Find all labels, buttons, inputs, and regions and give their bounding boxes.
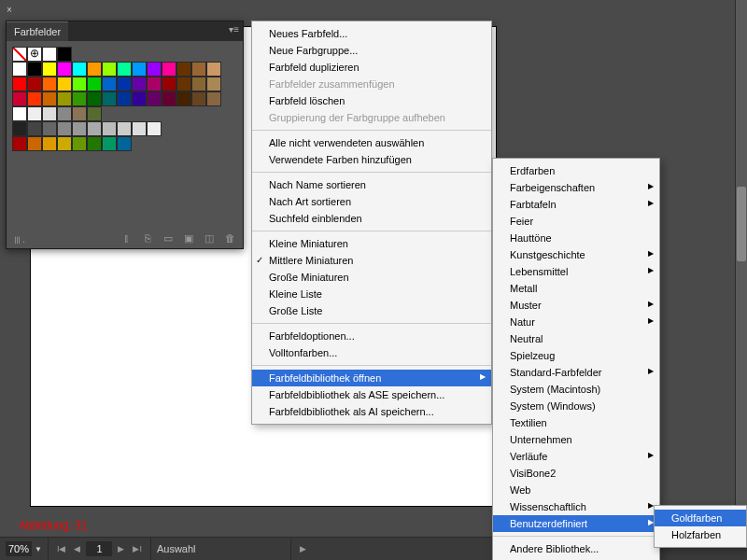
- swatch[interactable]: [27, 136, 42, 151]
- swatch[interactable]: [87, 77, 102, 91]
- new-swatch-icon[interactable]: ◫: [202, 231, 217, 245]
- swatch[interactable]: [72, 62, 87, 77]
- scrollbar-vertical[interactable]: [735, 0, 747, 537]
- menu-item[interactable]: Neutral: [493, 330, 659, 347]
- swatch[interactable]: [12, 136, 27, 151]
- swatch[interactable]: [27, 77, 42, 91]
- swatch[interactable]: [147, 91, 162, 106]
- menu-item[interactable]: Kleine Liste: [252, 286, 491, 302]
- swatch[interactable]: [57, 106, 72, 121]
- swatch[interactable]: [117, 77, 132, 91]
- swatch[interactable]: [27, 106, 42, 121]
- swatch[interactable]: [57, 91, 72, 106]
- menu-item[interactable]: Volltonfarben...: [252, 344, 491, 361]
- swatch[interactable]: [191, 62, 206, 77]
- menu-item[interactable]: Verläufe: [493, 448, 659, 465]
- swatch[interactable]: [12, 62, 27, 77]
- options-icon[interactable]: ⫿: [120, 231, 134, 245]
- menu-item[interactable]: Mittlere Miniaturen: [252, 252, 491, 269]
- last-page-icon[interactable]: ▶I: [130, 544, 145, 553]
- folder-icon[interactable]: ▣: [181, 231, 196, 245]
- swatch[interactable]: [87, 136, 102, 151]
- menu-item[interactable]: VisiBone2: [493, 465, 659, 482]
- swatch[interactable]: [117, 62, 132, 77]
- swatch[interactable]: [132, 121, 147, 136]
- swatch[interactable]: [12, 91, 27, 106]
- swatch[interactable]: [72, 91, 87, 106]
- swatch[interactable]: [72, 106, 87, 121]
- chevron-down-icon[interactable]: ▼: [35, 545, 42, 553]
- first-page-icon[interactable]: I◀: [54, 544, 69, 553]
- menu-item[interactable]: Goldfarben: [655, 510, 746, 526]
- menu-item[interactable]: Neue Farbgruppe...: [252, 42, 491, 59]
- menu-item[interactable]: Farbfeldbibliothek als AI speichern...: [252, 403, 491, 420]
- swatch[interactable]: [102, 91, 117, 106]
- panel-menu-icon[interactable]: ▾≡: [229, 24, 239, 35]
- prev-page-icon[interactable]: ◀: [71, 544, 83, 553]
- menu-item[interactable]: Lebensmittel: [493, 263, 659, 280]
- next-page-icon[interactable]: ▶: [115, 544, 127, 553]
- menu-item[interactable]: System (Windows): [493, 398, 659, 414]
- swatch[interactable]: [57, 77, 72, 91]
- swatch-none[interactable]: [12, 47, 27, 62]
- menu-item[interactable]: Andere Bibliothek...: [493, 540, 659, 557]
- menu-item[interactable]: Benutzerdefiniert: [493, 515, 659, 532]
- menu-item[interactable]: Farbtafeln: [493, 196, 659, 213]
- menu-item[interactable]: Metall: [493, 280, 659, 297]
- menu-item[interactable]: Erdfarben: [493, 162, 659, 179]
- menu-item[interactable]: Standard-Farbfelder: [493, 364, 659, 381]
- trash-icon[interactable]: 🗑: [222, 231, 237, 245]
- swatch[interactable]: [102, 136, 117, 151]
- swatch[interactable]: [117, 121, 132, 136]
- swatch[interactable]: [206, 77, 221, 91]
- menu-item[interactable]: Farbfeld löschen: [252, 92, 491, 109]
- menu-item[interactable]: Farbfeldbibliothek als ASE speichern...: [252, 386, 491, 403]
- swatch[interactable]: [206, 62, 221, 77]
- swatch[interactable]: [206, 91, 221, 106]
- swatch[interactable]: [117, 136, 132, 151]
- close-icon[interactable]: ×: [7, 5, 12, 15]
- swatch[interactable]: [27, 91, 42, 106]
- menu-item[interactable]: Alle nicht verwendeten auswählen: [252, 134, 491, 151]
- menu-item[interactable]: Neues Farbfeld...: [252, 25, 491, 42]
- swatch[interactable]: [132, 77, 147, 91]
- menu-item[interactable]: Muster: [493, 297, 659, 314]
- swatch[interactable]: [87, 62, 102, 77]
- menu-item[interactable]: Wissenschaftlich: [493, 498, 659, 515]
- swatch[interactable]: [176, 77, 191, 91]
- menu-item[interactable]: Suchfeld einblenden: [252, 210, 491, 227]
- menu-item[interactable]: Nach Art sortieren: [252, 193, 491, 210]
- library-icon[interactable]: ⫼.: [12, 233, 25, 245]
- expand-icon[interactable]: ▶: [297, 544, 309, 553]
- swatch[interactable]: [42, 91, 57, 106]
- swatch[interactable]: [27, 62, 42, 77]
- swatch[interactable]: [72, 77, 87, 91]
- menu-item[interactable]: Spielzeug: [493, 347, 659, 364]
- panel-tab-swatches[interactable]: Farbfelder: [7, 21, 68, 41]
- menu-item[interactable]: Nach Name sortieren: [252, 176, 491, 193]
- swatch[interactable]: [147, 77, 162, 91]
- swatch[interactable]: [132, 62, 147, 77]
- menu-item[interactable]: Web: [493, 482, 659, 498]
- swatch[interactable]: [176, 91, 191, 106]
- new-group-icon[interactable]: ▭: [161, 231, 176, 245]
- swatch[interactable]: [162, 91, 176, 106]
- swatch[interactable]: [191, 77, 206, 91]
- menu-item[interactable]: Hauttöne: [493, 230, 659, 246]
- swatch[interactable]: [72, 136, 87, 151]
- swatch[interactable]: [42, 62, 57, 77]
- menu-item[interactable]: Farbeigenschaften: [493, 179, 659, 196]
- menu-item[interactable]: Holzfarben: [655, 526, 746, 543]
- swatch[interactable]: [87, 121, 102, 136]
- swatch[interactable]: [27, 121, 42, 136]
- swatch[interactable]: [87, 106, 102, 121]
- menu-item[interactable]: Kunstgeschichte: [493, 246, 659, 263]
- menu-item[interactable]: Große Liste: [252, 302, 491, 319]
- swatch[interactable]: [117, 91, 132, 106]
- menu-item[interactable]: Kleine Miniaturen: [252, 235, 491, 252]
- page-input[interactable]: [86, 541, 112, 556]
- menu-item[interactable]: Farbfeld duplizieren: [252, 59, 491, 76]
- swatch[interactable]: [57, 62, 72, 77]
- swatch[interactable]: [191, 91, 206, 106]
- swatch[interactable]: [102, 62, 117, 77]
